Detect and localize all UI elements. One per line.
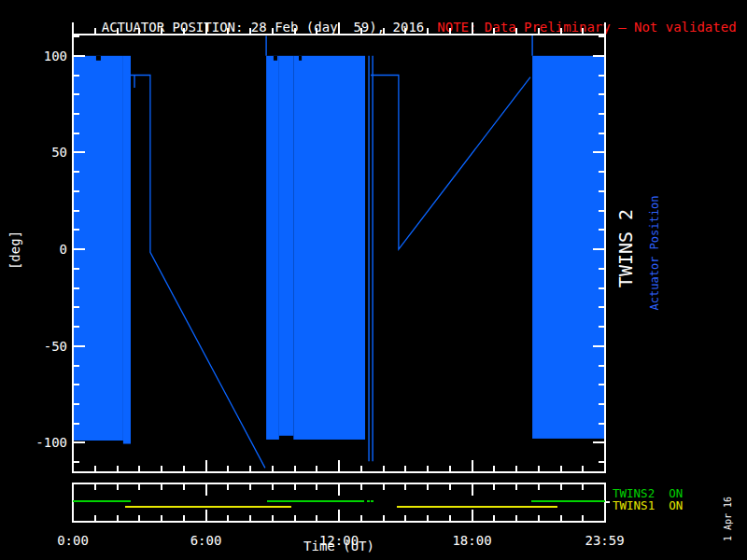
x-axis-title: Time (UT) [283,539,395,553]
actuator-position-screen: ACTUATOR POSITION: 28 Feb (day 59), 2016… [0,0,747,560]
data-block [73,56,123,441]
x-tick-label: 0:00 [57,533,89,548]
x-tick-label: 23:59 [585,533,625,548]
y-axis-label: [deg] [7,194,22,306]
data-block [123,56,131,444]
y-tick-label: -50 [44,339,67,354]
y-tick-label: -100 [35,435,67,450]
legend-twins1-on: TWINS1 ON [613,498,683,512]
x-tick-label: 6:00 [190,533,222,548]
data-block [266,56,279,440]
trace-line [371,76,530,250]
right-axis-title: TWINS 2 [614,174,637,323]
trace-line [131,76,265,469]
date-stamp: 1 Apr 16 [723,477,734,560]
data-block [279,56,293,436]
data-block [293,56,365,440]
block-top-notch [274,56,277,61]
y-tick-label: 0 [60,242,67,257]
block-top-notch [299,56,302,61]
block-top-notch [96,56,101,61]
y-tick-label: 50 [51,145,67,160]
y-tick-label: 100 [44,49,67,63]
right-axis-subtitle: Actuator Position [648,160,663,346]
data-block [532,56,605,439]
x-tick-label: 18:00 [452,533,491,548]
